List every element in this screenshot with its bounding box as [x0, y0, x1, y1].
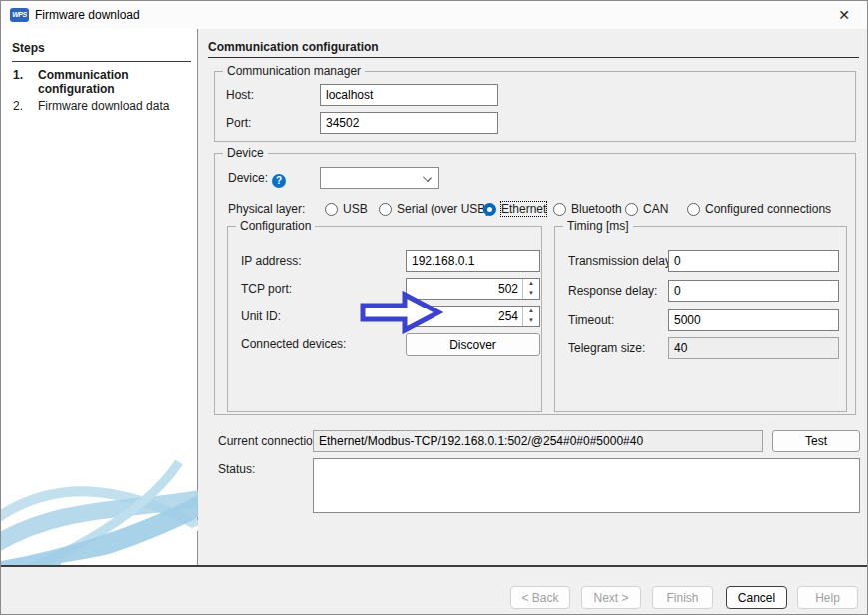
tcp-port-stepper[interactable]: ▲ ▼: [406, 278, 540, 300]
tcp-port-label: TCP port:: [241, 278, 292, 300]
port-label: Port:: [226, 112, 251, 134]
unit-id-label: Unit ID:: [241, 306, 281, 327]
radio-can[interactable]: CAN: [625, 199, 668, 219]
host-label: Host:: [226, 84, 254, 106]
next-button[interactable]: Next >: [581, 586, 641, 609]
spinner-buttons[interactable]: ▲ ▼: [522, 307, 539, 326]
back-button[interactable]: < Back: [510, 586, 570, 609]
step-number: 2.: [13, 99, 38, 113]
tcp-port-input[interactable]: [407, 279, 522, 299]
connected-devices-label: Connected devices:: [241, 333, 346, 355]
timeout-input[interactable]: [668, 309, 839, 331]
radio-icon: [553, 203, 566, 216]
window-title: Firmware download: [35, 1, 140, 29]
telegram-size-input: [668, 337, 839, 359]
radio-icon: [625, 203, 638, 216]
current-connection-value[interactable]: [313, 430, 763, 452]
port-input[interactable]: [320, 112, 498, 134]
step-label: Firmware download data: [38, 99, 169, 113]
radio-bluetooth[interactable]: Bluetooth: [553, 199, 622, 219]
group-legend: Configuration: [236, 219, 315, 233]
finish-button[interactable]: Finish: [652, 586, 713, 609]
ip-address-input[interactable]: [406, 250, 540, 272]
decorative-swoosh-graphic: [1, 460, 198, 565]
communication-manager-group: Communication manager Host: Port:: [214, 71, 856, 142]
timeout-label: Timeout:: [568, 309, 614, 331]
status-textarea[interactable]: [313, 458, 860, 513]
radio-ethernet[interactable]: Ethernet: [483, 199, 546, 219]
radio-selected-icon: [483, 203, 496, 216]
close-icon[interactable]: ✕: [829, 1, 859, 29]
radio-configured-connections[interactable]: Configured connections: [687, 199, 831, 219]
group-legend: Communication manager: [223, 64, 365, 78]
group-legend: Device: [223, 146, 268, 160]
unit-id-input[interactable]: [407, 307, 522, 326]
device-group: Device Device:? Physical layer: USB Seri…: [214, 153, 856, 415]
step-item-communication-configuration: 1. Communication configuration: [13, 68, 188, 96]
steps-sidebar: Steps 1. Communication configuration 2. …: [1, 29, 198, 565]
unit-id-stepper[interactable]: ▲ ▼: [406, 306, 540, 327]
radio-icon: [687, 203, 700, 216]
footer-bar: < Back Next > Finish Cancel Help: [1, 567, 868, 615]
radio-serial-over-usb[interactable]: Serial (over USB): [379, 199, 489, 219]
test-button[interactable]: Test: [772, 430, 860, 452]
discover-button[interactable]: Discover: [406, 333, 540, 356]
ip-address-label: IP address:: [241, 250, 301, 272]
chevron-down-icon: [423, 173, 432, 182]
app-logo-icon: WPS: [10, 8, 29, 22]
steps-heading: Steps: [12, 41, 191, 62]
transmission-delay-input[interactable]: [668, 250, 839, 272]
help-button[interactable]: Help: [797, 586, 858, 609]
device-select[interactable]: [320, 167, 439, 189]
timing-group: Timing [ms] Transmission delay: Response…: [554, 226, 847, 412]
physical-layer-label: Physical layer:: [228, 198, 305, 220]
spin-up-icon[interactable]: ▲: [523, 279, 539, 289]
configuration-group: Configuration IP address: TCP port: ▲ ▼ …: [227, 226, 542, 412]
response-delay-input[interactable]: [668, 280, 839, 302]
heading-divider: [208, 57, 859, 58]
title-bar: WPS Firmware download ✕: [1, 1, 867, 29]
transmission-delay-label: Transmission delay:: [568, 250, 674, 272]
radio-icon: [325, 203, 338, 216]
device-label: Device:?: [228, 167, 286, 189]
group-legend: Timing [ms]: [563, 219, 633, 233]
step-label: Communication configuration: [38, 68, 188, 96]
status-label: Status:: [218, 458, 255, 480]
firmware-download-dialog: WPS Firmware download ✕ Steps 1. Communi…: [0, 0, 868, 615]
cancel-button[interactable]: Cancel: [726, 586, 787, 609]
spin-up-icon[interactable]: ▲: [523, 307, 539, 316]
help-icon[interactable]: ?: [272, 174, 286, 188]
main-content: Communication configuration Communicatio…: [199, 29, 868, 565]
spin-down-icon[interactable]: ▼: [523, 316, 539, 326]
current-connection-label: Current connection:: [218, 430, 323, 452]
step-item-firmware-download-data: 2. Firmware download data: [13, 99, 188, 113]
page-title: Communication configuration: [208, 40, 379, 54]
spin-down-icon[interactable]: ▼: [523, 289, 539, 299]
radio-icon: [379, 203, 392, 216]
radio-usb[interactable]: USB: [325, 199, 368, 219]
telegram-size-label: Telegram size:: [568, 337, 645, 359]
response-delay-label: Response delay:: [568, 280, 657, 302]
host-input[interactable]: [320, 84, 498, 106]
step-number: 1.: [13, 68, 38, 96]
spinner-buttons[interactable]: ▲ ▼: [522, 279, 539, 299]
